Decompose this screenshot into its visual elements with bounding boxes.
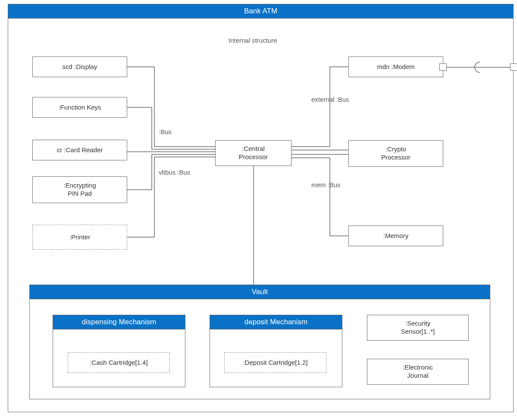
outer-port <box>510 63 517 71</box>
printer-box: :Printer <box>32 225 127 250</box>
vault-title: Vault <box>30 285 490 299</box>
electronic-journal-box: :Electronic Journal <box>367 359 469 385</box>
bank-atm-title: Bank ATM <box>8 4 513 19</box>
crypto-box: :Crypto Processor <box>348 140 443 167</box>
cash-cartridge-box: :Cash Cartridge[1.4] <box>68 352 170 373</box>
external-bus-label: external :Bus <box>311 96 349 103</box>
function-keys-box: :Function Keys <box>32 97 127 118</box>
modem-port <box>439 63 447 71</box>
deposit-title: deposit Mechanism <box>210 315 342 329</box>
central-processor-box: :Central Processor <box>215 140 291 166</box>
pin-pad-box: :Encrypting PIN Pad <box>32 176 127 203</box>
deposit-cartridge-box: :Deposit Cartridge[1.2] <box>224 352 326 373</box>
left-bus-label: :Bus <box>159 128 172 135</box>
dispensing-container: dispensing Mechanism <box>53 315 185 387</box>
security-sensor-box: :Security Sensor[1..*] <box>367 315 469 341</box>
deposit-container: deposit Mechanism <box>210 315 342 387</box>
subtitle-label: Internal structure <box>229 37 277 44</box>
card-reader-box: cr :Card Reader <box>32 140 127 160</box>
display-box: scd :Display <box>32 56 127 77</box>
vault-bus-label: vltbus :Bus <box>159 169 190 176</box>
modem-box: mdn :Modem <box>348 56 443 77</box>
memory-box: :Memory <box>348 226 443 246</box>
dispensing-title: dispensing Mechanism <box>53 315 185 329</box>
mem-bus-label: mem :Bus <box>311 181 341 188</box>
